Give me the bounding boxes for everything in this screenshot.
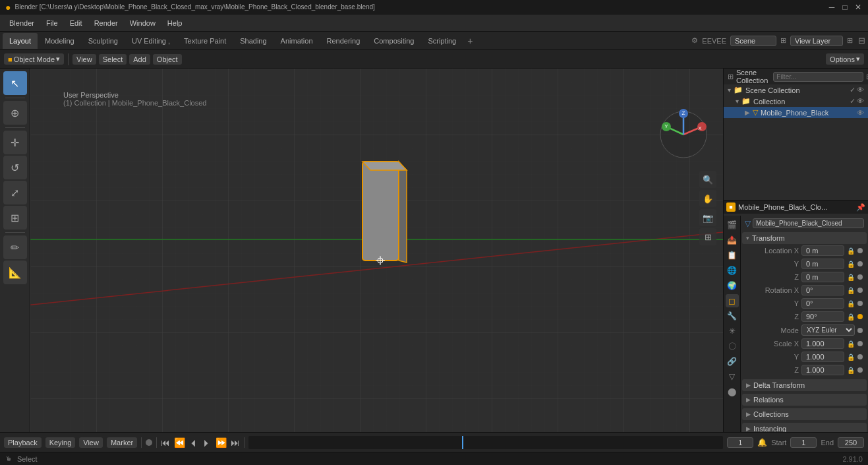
data-props-icon[interactable]: ▽ bbox=[726, 370, 739, 383]
prev-keyframe-button[interactable]: ⏪ bbox=[174, 437, 185, 448]
scene-props-icon[interactable]: 🌐 bbox=[726, 264, 739, 277]
collections-header[interactable]: ▶ Collections bbox=[742, 408, 867, 420]
frame-track[interactable] bbox=[248, 436, 723, 449]
tab-modeling[interactable]: Modeling bbox=[38, 33, 81, 49]
outliner-phone-object[interactable]: ▶ ▽ Mobile_Phone_Black 👁 bbox=[724, 107, 868, 118]
object-menu[interactable]: Object bbox=[153, 54, 182, 65]
location-x-lock[interactable]: 🔒 bbox=[847, 247, 855, 255]
delta-transform-header[interactable]: ▶ Delta Transform bbox=[742, 379, 867, 391]
rotate-tool[interactable]: ↺ bbox=[3, 156, 27, 179]
location-y-value[interactable]: 0 m bbox=[801, 259, 844, 269]
material-props-icon[interactable]: ⬤ bbox=[726, 385, 739, 398]
scene-coll-expand[interactable]: ▾ bbox=[728, 86, 731, 94]
outliner-collection[interactable]: ▾ 📁 Collection ✓ 👁 bbox=[724, 96, 868, 107]
tab-uv-editing[interactable]: UV Editing , bbox=[125, 33, 177, 49]
tab-animation[interactable]: Animation bbox=[274, 33, 320, 49]
outliner-scene-collection[interactable]: ▾ 📁 Scene Collection ✓ 👁 bbox=[724, 84, 868, 96]
cursor-tool[interactable]: ⊕ bbox=[3, 101, 27, 125]
scale-z-lock[interactable]: 🔒 bbox=[847, 367, 855, 374]
view-layer-props-icon[interactable]: 📋 bbox=[726, 249, 739, 262]
location-z-dot[interactable] bbox=[857, 274, 863, 280]
tab-shading[interactable]: Shading bbox=[233, 33, 273, 49]
constraints-props-icon[interactable]: 🔗 bbox=[726, 355, 739, 368]
tab-texture-paint[interactable]: Texture Paint bbox=[177, 33, 233, 49]
transform-header[interactable]: ▾ Transform bbox=[742, 232, 867, 244]
location-x-value[interactable]: 0 m bbox=[801, 245, 844, 256]
engine-selector[interactable]: ⚙ bbox=[691, 36, 698, 45]
particles-props-icon[interactable]: ✳ bbox=[726, 325, 739, 338]
coll-expand[interactable]: ▾ bbox=[736, 98, 739, 105]
tab-rendering[interactable]: Rendering bbox=[320, 33, 367, 49]
location-x-dot[interactable] bbox=[857, 248, 863, 253]
world-props-icon[interactable]: 🌍 bbox=[726, 279, 739, 292]
outliner-search[interactable] bbox=[773, 72, 863, 82]
rotation-z-lock[interactable]: 🔒 bbox=[847, 313, 855, 321]
viewport[interactable]: User Perspective (1) Collection | Mobile… bbox=[30, 69, 723, 432]
view-menu-timeline[interactable]: View bbox=[79, 437, 103, 448]
tab-scripting[interactable]: Scripting bbox=[421, 33, 463, 49]
keying-menu[interactable]: Keying bbox=[45, 437, 76, 448]
object-props-icon[interactable]: ◻ bbox=[726, 294, 739, 307]
output-props-icon[interactable]: 📤 bbox=[726, 233, 739, 247]
minimize-button[interactable]: ─ bbox=[827, 3, 836, 12]
record-button[interactable] bbox=[146, 439, 152, 446]
scene-coll-check[interactable]: ✓ bbox=[850, 86, 855, 94]
menu-help[interactable]: Help bbox=[162, 18, 188, 28]
jump-end-button[interactable]: ⏭ bbox=[231, 437, 240, 448]
next-keyframe-button[interactable]: ⏩ bbox=[216, 437, 227, 448]
add-menu[interactable]: Add bbox=[129, 54, 150, 65]
location-y-lock[interactable]: 🔒 bbox=[847, 261, 855, 268]
location-y-dot[interactable] bbox=[857, 261, 863, 266]
measure-tool[interactable]: 📐 bbox=[3, 261, 27, 284]
select-tool[interactable]: ↖ bbox=[3, 71, 27, 95]
close-button[interactable]: ✕ bbox=[854, 3, 863, 12]
pin-icon[interactable]: 📌 bbox=[856, 203, 865, 212]
scale-tool[interactable]: ⤢ bbox=[3, 181, 27, 204]
rotation-z-dot[interactable] bbox=[857, 314, 863, 319]
play-reverse-button[interactable]: ⏴ bbox=[189, 437, 198, 448]
relations-header[interactable]: ▶ Relations bbox=[742, 394, 867, 406]
render-props-icon[interactable]: 🎬 bbox=[726, 218, 739, 232]
scale-x-lock[interactable]: 🔒 bbox=[847, 340, 855, 348]
scale-z-value[interactable]: 1.000 bbox=[801, 365, 844, 375]
annotate-tool[interactable]: ✏ bbox=[3, 235, 27, 259]
menu-window[interactable]: Window bbox=[125, 18, 161, 28]
rotation-z-value[interactable]: 90° bbox=[801, 311, 844, 322]
view-menu[interactable]: View bbox=[72, 54, 96, 65]
rotation-y-value[interactable]: 0° bbox=[801, 298, 844, 309]
start-frame-input[interactable] bbox=[790, 437, 817, 448]
scale-y-dot[interactable] bbox=[857, 354, 863, 359]
menu-blender[interactable]: Blender bbox=[4, 18, 40, 28]
end-frame-input[interactable] bbox=[838, 437, 864, 448]
location-z-lock[interactable]: 🔒 bbox=[847, 274, 855, 281]
menu-render[interactable]: Render bbox=[89, 18, 123, 28]
camera-tool[interactable]: 📷 bbox=[699, 209, 716, 226]
object-mode-selector[interactable]: ■ Object Mode ▾ bbox=[4, 53, 64, 65]
scale-y-value[interactable]: 1.000 bbox=[801, 352, 844, 362]
pan-tool[interactable]: ✋ bbox=[699, 190, 716, 207]
scale-y-lock[interactable]: 🔒 bbox=[847, 354, 855, 361]
mesh-name-selector[interactable]: Mobile_Phone_Black_Closed bbox=[753, 218, 864, 228]
maximize-button[interactable]: □ bbox=[840, 3, 850, 12]
filter-icon[interactable]: ⊟ bbox=[858, 36, 865, 46]
instancing-header[interactable]: ▶ Instancing bbox=[742, 423, 867, 432]
physics-props-icon[interactable]: 〇 bbox=[726, 340, 739, 353]
modifier-props-icon[interactable]: 🔧 bbox=[726, 309, 739, 323]
viewport-gizmo[interactable]: X Y Z bbox=[657, 108, 710, 161]
move-tool[interactable]: ✛ bbox=[3, 131, 27, 154]
scale-x-value[interactable]: 1.000 bbox=[801, 338, 844, 349]
scale-x-dot[interactable] bbox=[857, 341, 863, 346]
zoom-tool[interactable]: 🔍 bbox=[699, 171, 716, 188]
add-workspace-button[interactable]: + bbox=[463, 34, 477, 47]
current-frame-input[interactable] bbox=[727, 437, 753, 448]
transform-tool[interactable]: ⊞ bbox=[3, 206, 27, 230]
menu-edit[interactable]: Edit bbox=[65, 18, 88, 28]
menu-file[interactable]: File bbox=[41, 18, 63, 28]
phone-eye[interactable]: 👁 bbox=[857, 109, 864, 117]
grid-tool[interactable]: ⊞ bbox=[699, 228, 716, 245]
scene-input[interactable] bbox=[730, 36, 776, 46]
object-name-label[interactable]: Mobile_Phone_Black_Clo... bbox=[738, 203, 854, 211]
rotation-y-dot[interactable] bbox=[857, 301, 863, 306]
rotation-x-dot[interactable] bbox=[857, 288, 863, 293]
viewport-shading-options[interactable]: Options ▾ bbox=[826, 53, 864, 65]
